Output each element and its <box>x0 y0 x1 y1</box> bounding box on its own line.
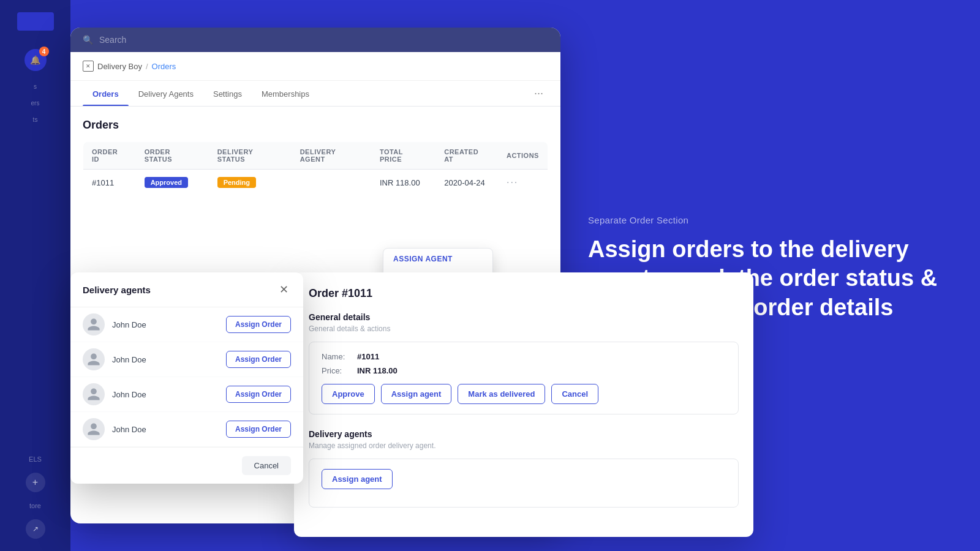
agent-avatar-icon-1 <box>86 317 101 332</box>
badge-count: 4 <box>39 47 49 56</box>
notification-badge[interactable]: 🔔 4 <box>24 49 47 71</box>
agent-avatar-icon-3 <box>86 387 101 402</box>
agent-avatar-icon-4 <box>86 422 101 437</box>
breadcrumb-parent[interactable]: Delivery Boy <box>97 62 142 71</box>
sidebar-item-3[interactable]: ts <box>0 116 70 123</box>
detail-name-row: Name: #1011 <box>322 352 726 361</box>
assign-agent-btn-card[interactable]: Assign agent <box>322 469 393 489</box>
search-input[interactable] <box>99 35 548 45</box>
modal-cancel-btn[interactable]: Cancel <box>242 456 291 475</box>
sidebar-item-1[interactable]: s <box>0 83 70 90</box>
sidebar-bottom: ELS + tore ↗ <box>26 455 45 539</box>
cell-delivery-agent <box>292 170 371 196</box>
tab-orders[interactable]: Orders <box>83 81 129 106</box>
tab-settings[interactable]: Settings <box>203 81 252 106</box>
els-label: ELS <box>29 455 42 463</box>
general-actions: Approve Assign agent Mark as delivered C… <box>322 384 726 404</box>
agent-row-3: John Doe Assign Order <box>70 377 303 412</box>
delivery-agents-sub: Manage assigned order delivery agent. <box>309 441 739 450</box>
mark-delivered-btn[interactable]: Mark as delivered <box>458 384 545 404</box>
modal-close-btn[interactable]: ✕ <box>276 282 291 297</box>
modal-footer: Cancel <box>70 447 303 484</box>
context-assign-agent[interactable]: ASSIGN AGENT <box>383 249 492 269</box>
agent-avatar-4 <box>83 418 105 440</box>
delivery-agents-modal: Delivery agents ✕ John Doe Assign Order … <box>70 272 303 484</box>
breadcrumb-current: Orders <box>152 62 176 71</box>
agent-name-4: John Doe <box>112 425 219 434</box>
detail-price-row: Price: INR 118.00 <box>322 366 726 375</box>
status-badge-approved: Approved <box>145 177 188 188</box>
external-link-icon-btn[interactable]: ↗ <box>26 519 45 539</box>
sidebar-logo <box>17 12 54 31</box>
action-dots-btn[interactable]: ··· <box>507 177 518 187</box>
tabs: Orders Delivery Agents Settings Membersh… <box>70 81 560 107</box>
agent-row-1: John Doe Assign Order <box>70 307 303 342</box>
cell-order-status: Approved <box>136 170 209 196</box>
col-order-status: ORDER STATUS <box>136 142 209 170</box>
agent-name-2: John Doe <box>112 355 219 364</box>
tabs-more-btn[interactable]: ··· <box>529 82 548 105</box>
agent-name-1: John Doe <box>112 320 219 329</box>
delivery-icon: ✕ <box>83 61 94 72</box>
modal-title: Delivery agents <box>83 285 151 295</box>
breadcrumb: ✕ Delivery Boy / Orders <box>70 52 560 81</box>
col-delivery-status: DELIVERY STATUS <box>209 142 292 170</box>
cancel-order-btn[interactable]: Cancel <box>551 384 598 404</box>
approve-btn[interactable]: Approve <box>322 384 375 404</box>
price-value: INR 118.00 <box>357 366 398 375</box>
breadcrumb-separator: / <box>146 62 148 71</box>
status-badge-pending: Pending <box>217 177 256 188</box>
delivery-agents-section: Delivery agents Manage assigned order de… <box>309 429 739 508</box>
col-created-at: CREATED AT <box>435 142 498 170</box>
general-details-sub: General details & actions <box>309 324 739 333</box>
table-row: #1011 Approved Pending INR 118.00 2020-0… <box>83 170 548 196</box>
col-actions: ACTIONS <box>498 142 548 170</box>
cell-total-price: INR 118.00 <box>371 170 435 196</box>
tab-delivery-agents[interactable]: Delivery Agents <box>129 81 203 106</box>
general-details-title: General details <box>309 312 739 322</box>
right-subtitle: Separate Order Section <box>588 215 943 225</box>
agent-avatar-1 <box>83 313 105 335</box>
orders-table: ORDER ID ORDER STATUS DELIVERY STATUS DE… <box>83 141 548 196</box>
assign-agent-btn-general[interactable]: Assign agent <box>381 384 452 404</box>
agent-row-2: John Doe Assign Order <box>70 342 303 377</box>
agent-row-4: John Doe Assign Order <box>70 412 303 447</box>
col-order-id: ORDER ID <box>83 142 136 170</box>
order-detail-title: Order #1011 <box>309 287 739 300</box>
agent-name-3: John Doe <box>112 390 219 399</box>
left-sidebar: 🔔 4 s ers ts ELS + tore ↗ <box>0 0 70 551</box>
search-icon: 🔍 <box>83 35 93 45</box>
general-details-section: General details General details & action… <box>309 312 739 414</box>
name-label: Name: <box>322 352 352 361</box>
general-details-card: Name: #1011 Price: INR 118.00 Approve As… <box>309 342 739 414</box>
agent-avatar-icon-2 <box>86 352 101 367</box>
assign-order-btn-3[interactable]: Assign Order <box>226 386 291 403</box>
col-total-price: TOTAL PRICE <box>371 142 435 170</box>
cell-delivery-status: Pending <box>209 170 292 196</box>
store-label: tore <box>29 502 41 509</box>
tab-memberships[interactable]: Memberships <box>252 81 319 106</box>
cell-created-at: 2020-04-24 <box>435 170 498 196</box>
cell-order-id: #1011 <box>83 170 136 196</box>
assign-order-btn-1[interactable]: Assign Order <box>226 316 291 333</box>
sidebar-item-2[interactable]: ers <box>0 100 70 107</box>
order-detail-panel: Order #1011 General details General deta… <box>294 272 753 537</box>
agent-avatar-2 <box>83 348 105 370</box>
content-area: Orders ORDER ID ORDER STATUS DELIVERY ST… <box>70 107 560 208</box>
add-icon-btn[interactable]: + <box>26 473 45 492</box>
delivery-agents-title: Delivery agents <box>309 429 739 439</box>
agent-avatar-3 <box>83 383 105 405</box>
assign-agent-card: Assign agent <box>309 459 739 508</box>
section-title: Orders <box>83 119 548 132</box>
col-delivery-agent: DELIVERY AGENT <box>292 142 371 170</box>
price-label: Price: <box>322 366 352 375</box>
search-bar: 🔍 <box>70 28 560 52</box>
assign-order-btn-4[interactable]: Assign Order <box>226 421 291 438</box>
modal-header: Delivery agents ✕ <box>70 272 303 307</box>
name-value: #1011 <box>357 352 379 361</box>
assign-order-btn-2[interactable]: Assign Order <box>226 351 291 368</box>
cell-actions[interactable]: ··· <box>498 170 548 196</box>
